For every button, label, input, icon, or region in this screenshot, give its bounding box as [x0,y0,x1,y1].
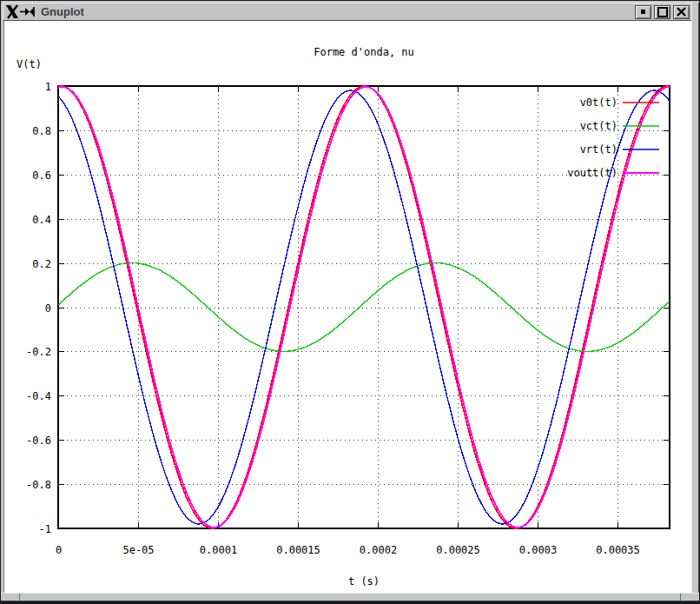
window-title: Gnuplot [41,5,635,18]
titlebar[interactable]: Gnuplot [3,3,693,21]
window-pin-icon [20,6,36,17]
window-bottom-edge [1,601,699,603]
plot-content[interactable] [3,20,694,596]
minimize-icon [641,10,645,14]
x11-logo-icon [5,4,20,19]
maximize-button[interactable] [654,5,670,19]
window-bottom-border[interactable] [1,593,699,601]
resize-handle-seam [19,594,20,601]
gnuplot-window: Forme d'onda, nu V(t) t (s) 05e-050.0001… [0,0,700,604]
minimize-button[interactable] [635,5,651,19]
close-icon [677,7,686,17]
window-right-border[interactable] [691,3,699,594]
resize-handle-seam [680,594,681,601]
close-button[interactable] [673,5,690,19]
maximize-icon [657,7,668,17]
